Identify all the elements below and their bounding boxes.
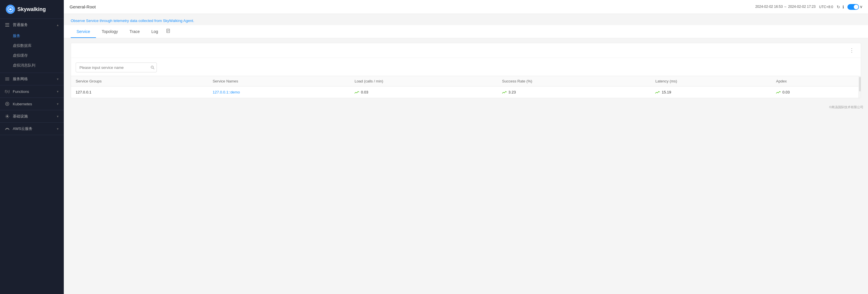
svg-rect-13 [167, 32, 168, 32]
sidebar-section-header-normal-service[interactable]: 普通服务 ▲ [0, 19, 64, 31]
sidebar-item-service[interactable]: 服务 [0, 31, 64, 41]
tab-log[interactable]: Log [146, 26, 164, 38]
service-mesh-chevron: ▼ [56, 78, 59, 81]
sidebar-section-aws: AWS云服务 ▼ [0, 123, 64, 135]
sidebar-section-header-service-mesh[interactable]: 服务网格 ▼ [0, 73, 64, 85]
tab-service[interactable]: Service [71, 26, 96, 38]
infrastructure-label: 基础设施 [13, 114, 28, 119]
main-content: General-Root 2024-02-02 16:53 ～ 2024-02-… [64, 0, 868, 294]
svg-point-7 [5, 102, 9, 106]
col-header-apdex: Apdex [771, 76, 861, 86]
panel-scrollbar[interactable] [859, 76, 861, 98]
tab-document-icon[interactable] [164, 25, 173, 38]
sidebar-section-header-functions[interactable]: f(x) Functions ▼ [0, 85, 64, 98]
settings-icon[interactable]: ℹ [842, 5, 844, 9]
kubernetes-chevron: ▼ [56, 103, 59, 106]
kubernetes-icon [5, 101, 10, 107]
content-area: Observe Service through telemetry data c… [64, 14, 868, 294]
cell-load: 0.03 [350, 86, 497, 98]
refresh-icon[interactable]: ↻ [837, 5, 840, 9]
copyright: ©商汤国际技术有限公司 [64, 103, 868, 112]
tab-trace[interactable]: Trace [124, 26, 146, 38]
normal-service-label: 普通服务 [13, 22, 28, 28]
sidebar-item-virtual-cache[interactable]: 虚拟缓存 [0, 51, 64, 61]
aws-icon [5, 126, 10, 132]
svg-rect-1 [5, 23, 9, 24]
latency-metric: 15.19 [655, 90, 767, 94]
sidebar-section-kubernetes: Kubernetes ▼ [0, 98, 64, 110]
sidebar-section-header-infrastructure[interactable]: 基础设施 ▼ [0, 110, 64, 122]
normal-service-chevron: ▲ [56, 24, 59, 27]
col-header-latency: Latency (ms) [651, 76, 771, 86]
functions-chevron: ▼ [56, 90, 59, 93]
service-mesh-label: 服务网格 [13, 76, 28, 82]
sidebar-item-virtual-queue[interactable]: 虚拟消息队列 [0, 61, 64, 70]
cell-success-rate: 3.23 [497, 86, 651, 98]
section-left-aws: AWS云服务 [5, 126, 32, 132]
sidebar-item-virtual-db[interactable]: 虚拟数据库 [0, 41, 64, 51]
svg-line-15 [153, 68, 155, 69]
svg-rect-3 [5, 26, 9, 27]
kubernetes-label: Kubernetes [13, 102, 32, 106]
tab-topology[interactable]: Topology [96, 26, 124, 38]
toggle-container: V [847, 4, 862, 10]
svg-rect-5 [5, 79, 9, 79]
panel-header: ⋮ [71, 43, 861, 58]
sidebar-section-service-mesh: 服务网格 ▼ [0, 73, 64, 85]
aws-chevron: ▼ [56, 127, 59, 131]
search-input[interactable] [76, 63, 157, 72]
page-title: General-Root [69, 4, 96, 9]
load-metric: 0.03 [354, 90, 493, 94]
tabs-bar: Service Topology Trace Log [64, 25, 868, 38]
aws-label: AWS云服务 [13, 126, 32, 132]
logo: Skywalking [0, 0, 64, 19]
table-body: 127.0.0.1 127.0.0.1::demo 0.03 [71, 86, 861, 98]
infrastructure-chevron: ▼ [56, 115, 59, 118]
sidebar: Skywalking 普通服务 ▲ 服务 虚拟数据库 [0, 0, 64, 294]
section-left-mesh: 服务网格 [5, 76, 28, 82]
header-right: 2024-02-02 16:53 ～ 2024-02-02 17:23 UTC+… [755, 4, 862, 10]
description-link[interactable]: Observe Service through telemetry data c… [71, 19, 194, 23]
functions-label: Functions [13, 89, 29, 94]
normal-service-icon [5, 22, 10, 28]
functions-icon: f(x) [5, 89, 10, 94]
section-left-functions: f(x) Functions [5, 89, 29, 94]
svg-point-8 [7, 103, 8, 105]
svg-point-9 [6, 115, 8, 117]
section-left: 普通服务 [5, 22, 28, 28]
success-rate-value: 3.23 [508, 90, 516, 94]
page-description: Observe Service through telemetry data c… [64, 14, 868, 25]
service-name-link[interactable]: 127.0.0.1::demo [213, 90, 240, 94]
cell-service-group: 127.0.0.1 [71, 86, 208, 98]
service-table: Service Groups Service Names Load (calls… [71, 76, 861, 98]
sidebar-section-header-kubernetes[interactable]: Kubernetes ▼ [0, 98, 64, 110]
apdex-metric: 0.03 [776, 90, 856, 94]
svg-point-14 [151, 66, 153, 68]
svg-rect-12 [167, 31, 169, 31]
svg-rect-4 [5, 78, 9, 78]
col-header-load: Load (calls / min) [350, 76, 497, 86]
view-toggle[interactable] [847, 4, 859, 10]
sidebar-section-header-aws[interactable]: AWS云服务 ▼ [0, 123, 64, 135]
col-header-success-rate: Success Rate (%) [497, 76, 651, 86]
scrollbar-thumb [859, 77, 861, 91]
table-row: 127.0.0.1 127.0.0.1::demo 0.03 [71, 86, 861, 98]
logo-text: Skywalking [18, 6, 46, 12]
infrastructure-icon [5, 114, 10, 119]
search-button[interactable] [151, 65, 155, 69]
cell-service-name: 127.0.0.1::demo [208, 86, 350, 98]
header-icons: ↻ ℹ [837, 5, 844, 9]
cell-apdex: 0.03 [771, 86, 861, 98]
service-mesh-icon [5, 76, 10, 82]
col-header-service-groups: Service Groups [71, 76, 208, 86]
header-timezone: UTC+8:0 [819, 5, 833, 9]
header-time-range: 2024-02-02 16:53 ～ 2024-02-02 17:23 [755, 4, 815, 9]
latency-value: 15.19 [661, 90, 671, 94]
search-row [71, 58, 861, 76]
sidebar-section-normal-service: 普通服务 ▲ 服务 虚拟数据库 虚拟缓存 虚拟消息队列 [0, 19, 64, 73]
more-options-icon[interactable]: ⋮ [847, 46, 856, 54]
search-wrapper [76, 63, 157, 72]
table-panel: ⋮ [71, 43, 861, 98]
toggle-label: V [860, 5, 862, 9]
col-header-service-names: Service Names [208, 76, 350, 86]
